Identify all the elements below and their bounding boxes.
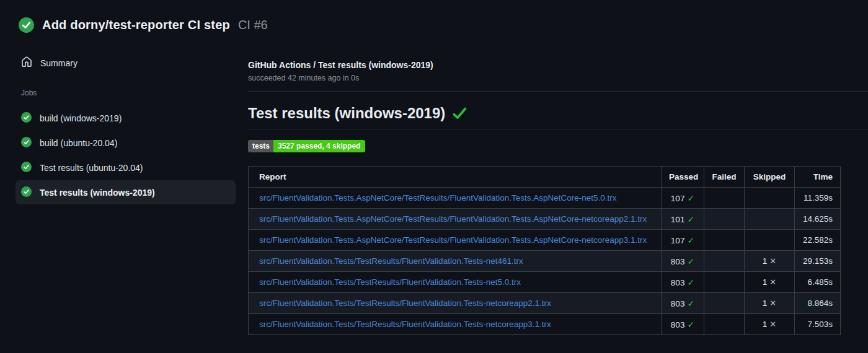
- table-row: src/FluentValidation.Tests.AspNetCore/Te…: [249, 209, 841, 230]
- success-check-circle-icon: [21, 137, 32, 149]
- time-cell: 14.625s: [795, 209, 841, 230]
- time-cell: 6.485s: [795, 272, 841, 293]
- sidebar-summary-label: Summary: [40, 58, 78, 68]
- column-header-passed: Passed: [662, 167, 704, 188]
- tests-badge-label: tests: [248, 140, 273, 152]
- table-header-row: Report Passed Failed Skipped Time: [249, 167, 841, 188]
- report-file-link[interactable]: src/FluentValidation.Tests.AspNetCore/Te…: [259, 235, 647, 245]
- table-row: src/FluentValidation.Tests.AspNetCore/Te…: [249, 230, 841, 251]
- skipped-cell: 1✕: [745, 293, 795, 314]
- report-title-row: Test results (windows-2019): [248, 105, 868, 129]
- table-row: src/FluentValidation.Tests/TestResults/F…: [249, 251, 841, 272]
- skipped-cell: 1✕: [745, 272, 795, 293]
- passed-cell: 101✓: [662, 209, 704, 230]
- failed-cell: [704, 251, 745, 272]
- report-file-link[interactable]: src/FluentValidation.Tests.AspNetCore/Te…: [259, 193, 617, 203]
- run-title: Add dorny/test-reporter CI step: [42, 18, 230, 32]
- time-cell: 7.503s: [795, 314, 841, 335]
- report-title: Test results (windows-2019): [248, 105, 445, 122]
- time-cell: 29.153s: [795, 251, 841, 272]
- tests-badge-value: 3527 passed, 4 skipped: [273, 140, 365, 152]
- job-label: Test results (ubuntu-20.04): [40, 163, 143, 173]
- job-list: build (windows-2019) build (ubuntu-20.04…: [16, 106, 236, 204]
- report-file-link[interactable]: src/FluentValidation.Tests.AspNetCore/Te…: [259, 214, 647, 224]
- success-check-circle-icon: [21, 186, 32, 199]
- job-label: build (windows-2019): [40, 113, 122, 123]
- job-label: build (ubuntu-20.04): [40, 138, 117, 148]
- sidebar-job-item[interactable]: Test results (ubuntu-20.04): [16, 155, 236, 180]
- column-header-time: Time: [795, 167, 841, 188]
- passed-cell: 107✓: [662, 188, 704, 209]
- failed-cell: [704, 209, 745, 230]
- check-run-status: succeeded 42 minutes ago in 0s: [248, 74, 868, 82]
- sidebar-job-item[interactable]: Test results (windows-2019): [16, 180, 236, 204]
- sidebar-job-item[interactable]: build (ubuntu-20.04): [16, 131, 236, 155]
- sidebar-item-summary[interactable]: Summary: [16, 55, 236, 71]
- success-check-circle-icon: [21, 162, 32, 174]
- skipped-cell: [745, 209, 795, 230]
- jobs-section-label: Jobs: [16, 89, 236, 97]
- report-file-link[interactable]: src/FluentValidation.Tests/TestResults/F…: [259, 277, 521, 287]
- check-run-header: GitHub Actions / Test results (windows-2…: [248, 60, 868, 92]
- main-content: GitHub Actions / Test results (windows-2…: [248, 33, 868, 335]
- report-file-link[interactable]: src/FluentValidation.Tests/TestResults/F…: [259, 299, 551, 308]
- failed-cell: [704, 314, 745, 335]
- home-icon: [21, 56, 32, 70]
- time-cell: 22.582s: [795, 230, 841, 251]
- run-number: CI #6: [238, 18, 268, 32]
- success-check-icon: [453, 107, 467, 120]
- sidebar: Summary Jobs build (windows-2019): [0, 33, 248, 205]
- passed-cell: 803✓: [662, 251, 704, 272]
- skipped-cell: [745, 230, 795, 251]
- job-label: Test results (windows-2019): [40, 188, 155, 198]
- passed-cell: 803✓: [662, 314, 704, 335]
- passed-cell: 803✓: [662, 272, 704, 293]
- table-row: src/FluentValidation.Tests/TestResults/F…: [249, 293, 841, 314]
- test-results-table: Report Passed Failed Skipped Time src/Fl…: [248, 166, 841, 335]
- check-run-title: GitHub Actions / Test results (windows-2…: [248, 60, 868, 70]
- failed-cell: [704, 272, 745, 293]
- column-header-skipped: Skipped: [745, 167, 795, 188]
- failed-cell: [704, 188, 745, 209]
- column-header-failed: Failed: [704, 167, 745, 188]
- sidebar-job-item[interactable]: build (windows-2019): [16, 106, 236, 130]
- table-row: src/FluentValidation.Tests.AspNetCore/Te…: [249, 188, 841, 209]
- skipped-cell: 1✕: [745, 314, 795, 335]
- tests-badge: tests 3527 passed, 4 skipped: [248, 140, 365, 152]
- run-header: Add dorny/test-reporter CI step CI #6: [0, 0, 868, 33]
- success-check-circle-icon: [21, 112, 32, 124]
- column-header-report: Report: [249, 167, 662, 188]
- report-file-link[interactable]: src/FluentValidation.Tests/TestResults/F…: [259, 256, 523, 266]
- skipped-cell: [745, 188, 795, 209]
- skipped-cell: 1✕: [745, 251, 795, 272]
- time-cell: 8.864s: [795, 293, 841, 314]
- table-row: src/FluentValidation.Tests/TestResults/F…: [249, 314, 841, 335]
- table-row: src/FluentValidation.Tests/TestResults/F…: [249, 272, 841, 293]
- passed-cell: 803✓: [662, 293, 704, 314]
- report-file-link[interactable]: src/FluentValidation.Tests/TestResults/F…: [259, 320, 551, 329]
- time-cell: 11.359s: [795, 188, 841, 209]
- success-check-circle-icon: [19, 17, 34, 33]
- failed-cell: [704, 230, 745, 251]
- passed-cell: 107✓: [662, 230, 704, 251]
- failed-cell: [704, 293, 745, 314]
